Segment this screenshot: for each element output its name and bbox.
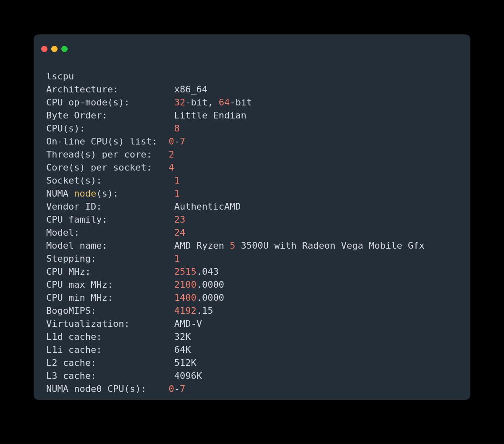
value-l2-cache: 512K <box>174 357 197 368</box>
value-numa-nodes: 1 <box>174 188 180 199</box>
label-cpu-max-mhz: CPU max MHz: <box>46 279 113 290</box>
value-vendor-id: AuthenticAMD <box>174 201 241 212</box>
label-bogomips: BogoMIPS: <box>46 305 96 316</box>
value-threads-per-core: 2 <box>168 149 174 160</box>
value-cores-per-socket: 4 <box>168 162 174 173</box>
label-cpus: CPU(s): <box>46 123 85 134</box>
value-model-name-a: AMD Ryzen <box>174 240 230 251</box>
terminal-output: lscpu Architecture: x86_64 CPU op-mode(s… <box>34 57 470 400</box>
label-cpu-family: CPU family: <box>46 214 108 225</box>
value-cpus: 8 <box>174 123 180 134</box>
value-byte-order: Little Endian <box>174 110 247 121</box>
value-architecture: x86_64 <box>174 84 207 95</box>
value-online-cpus-b: 7 <box>180 136 185 147</box>
close-icon[interactable] <box>41 46 47 52</box>
label-stepping: Stepping: <box>46 253 96 264</box>
keyword-node: node <box>74 188 96 199</box>
value-op-mode-64: 64 <box>219 97 230 108</box>
label-sockets: Socket(s): <box>46 175 102 186</box>
label-cpu-min-mhz: CPU min MHz: <box>46 292 113 303</box>
label-byte-order: Byte Order: <box>46 110 108 121</box>
label-threads-per-core: Thread(s) per core: <box>46 149 152 160</box>
value-l1i-cache: 64K <box>174 344 191 355</box>
label-model: Model: <box>46 227 79 238</box>
value-online-cpus-a: 0 <box>168 136 174 147</box>
label-numa-node0: NUMA node0 CPU(s): <box>46 384 146 394</box>
value-l1d-cache: 32K <box>174 331 191 342</box>
label-online-cpus: On-line CPU(s) list: <box>46 136 158 147</box>
label-l3-cache: L3 cache: <box>46 370 96 381</box>
label-cpu-mhz: CPU MHz: <box>46 266 91 277</box>
label-l1d-cache: L1d cache: <box>46 331 102 342</box>
label-virtualization: Virtualization: <box>46 318 130 329</box>
command-line: lscpu <box>46 71 74 81</box>
label-l2-cache: L2 cache: <box>46 357 96 368</box>
label-l1i-cache: L1i cache: <box>46 344 102 355</box>
value-bogomips: 4192 <box>174 305 197 316</box>
label-cpu-op-modes: CPU op-mode(s): <box>46 97 130 108</box>
value-model: 24 <box>174 227 186 238</box>
value-cpu-mhz: 2515 <box>174 266 197 277</box>
window-titlebar <box>34 34 470 57</box>
value-virtualization: AMD-V <box>174 318 202 329</box>
label-model-name: Model name: <box>46 240 108 251</box>
label-vendor-id: Vendor ID: <box>46 201 102 212</box>
value-stepping: 1 <box>174 253 180 264</box>
value-op-mode-32: 32 <box>174 97 186 108</box>
value-cpu-family: 23 <box>174 214 186 225</box>
value-sockets: 1 <box>174 175 180 186</box>
zoom-icon[interactable] <box>61 46 68 52</box>
value-numa-node0-a: 0 <box>168 384 174 394</box>
label-numa-nodes-prefix: NUMA <box>46 188 74 199</box>
label-cores-per-socket: Core(s) per socket: <box>46 162 152 173</box>
value-cpu-min-mhz: 1400 <box>174 292 197 303</box>
value-numa-node0-b: 7 <box>180 384 185 394</box>
minimize-icon[interactable] <box>51 46 58 52</box>
terminal-window: lscpu Architecture: x86_64 CPU op-mode(s… <box>34 34 470 400</box>
label-architecture: Architecture: <box>46 84 118 95</box>
value-l3-cache: 4096K <box>174 370 202 381</box>
value-cpu-max-mhz: 2100 <box>174 279 197 290</box>
